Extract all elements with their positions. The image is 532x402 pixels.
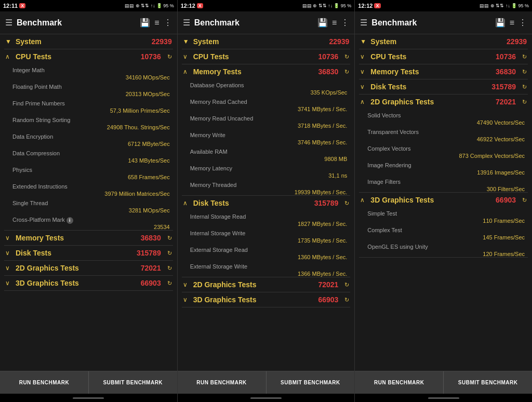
section-header-cpu[interactable]: ∨ CPU Tests 10736 ↻ xyxy=(355,49,532,64)
more-icon[interactable]: ⋮ xyxy=(518,18,527,28)
section-score-2dgraphics: 72021 xyxy=(141,264,161,272)
section-chevron-disk: ∧ xyxy=(183,199,189,207)
sub-item-value: 1827 MBytes / Sec. xyxy=(190,221,350,227)
list-icon[interactable]: ≡ xyxy=(510,18,514,28)
sub-item: Random String Sorting24908 Thou. Strings… xyxy=(0,114,177,130)
section-refresh-2dgraphics[interactable]: ↻ xyxy=(167,265,172,272)
sub-item: Available RAM9808 MB xyxy=(178,145,355,162)
section-refresh-memory[interactable]: ↻ xyxy=(522,69,527,75)
sub-item-value: 47490 Vectors/Sec xyxy=(367,119,527,126)
sub-item: Memory Latency31,1 ns xyxy=(178,162,355,179)
section-refresh-cpu[interactable]: ↻ xyxy=(344,53,349,60)
section-header-2dgraphics[interactable]: ∨ 2D Graphics Tests 72021 ↻ xyxy=(0,261,177,275)
sub-item: External Storage Write1366 MBytes / Sec. xyxy=(178,260,355,277)
more-icon[interactable]: ⋮ xyxy=(341,18,349,28)
section-refresh-3dgraphics[interactable]: ↻ xyxy=(522,197,527,204)
section-refresh-2dgraphics[interactable]: ↻ xyxy=(522,99,527,105)
sub-item: Complex Vectors873 Complex Vectors/Sec xyxy=(355,142,532,159)
section-header-memory[interactable]: ∨ Memory Tests 36830 ↻ xyxy=(355,64,532,79)
menu-icon[interactable]: ☰ xyxy=(183,18,190,28)
section-header-memory[interactable]: ∧ Memory Tests 36830 ↻ xyxy=(178,64,355,79)
section-chevron-3dgraphics: ∨ xyxy=(183,296,189,303)
save-icon[interactable]: 💾 xyxy=(140,18,150,28)
section-refresh-3dgraphics[interactable]: ↻ xyxy=(344,297,349,303)
menu-icon[interactable]: ☰ xyxy=(5,18,12,28)
section-refresh-disk[interactable]: ↻ xyxy=(167,250,172,257)
phone-screen-screen3: 12:12 X ▤▤ ⊕ ⇅⇅ ↑↓ 🔋 95 % ☰ Benchmark 💾 … xyxy=(355,0,532,402)
sub-item-name: Simple Test xyxy=(367,210,397,217)
system-row[interactable]: ▼ System 22939 xyxy=(178,34,355,49)
section-refresh-memory[interactable]: ↻ xyxy=(167,235,172,242)
section-refresh-3dgraphics[interactable]: ↻ xyxy=(167,280,172,287)
run-benchmark-button[interactable]: RUN BENCHMARK xyxy=(178,371,267,394)
section-refresh-cpu[interactable]: ↻ xyxy=(167,53,172,60)
section-refresh-2dgraphics[interactable]: ↻ xyxy=(344,282,349,288)
submit-benchmark-button[interactable]: SUBMIT BENCHMARK xyxy=(267,371,355,394)
section-score-2dgraphics: 72021 xyxy=(496,98,516,106)
list-icon[interactable]: ≡ xyxy=(332,18,337,28)
section-header-disk[interactable]: ∨ Disk Tests 315789 ↻ xyxy=(355,79,532,94)
more-icon[interactable]: ⋮ xyxy=(164,18,172,28)
status-time: 12:11 xyxy=(3,3,18,9)
section-header-3dgraphics[interactable]: ∨ 3D Graphics Tests 66903 ↻ xyxy=(178,292,355,307)
sub-item: Internal Storage Read1827 MBytes / Sec. xyxy=(178,210,355,227)
submit-benchmark-button[interactable]: SUBMIT BENCHMARK xyxy=(89,371,177,394)
system-title: System xyxy=(370,37,502,46)
section-refresh-disk[interactable]: ↻ xyxy=(344,200,349,207)
section-header-2dgraphics[interactable]: ∨ 2D Graphics Tests 72021 ↻ xyxy=(178,277,355,292)
sub-item: Find Prime Numbers57,3 Million Primes/Se… xyxy=(0,97,177,114)
section-header-2dgraphics[interactable]: ∧ 2D Graphics Tests 72021 ↻ xyxy=(355,95,532,109)
section-title-disk: Disk Tests xyxy=(193,199,310,207)
section-header-cpu[interactable]: ∧ CPU Tests 10736 ↻ xyxy=(0,49,177,64)
sub-item-name: Integer Math xyxy=(12,67,45,73)
signal-icons: ▤▤ ⊕ ⇅⇅ ↑↓ xyxy=(302,3,333,8)
section-refresh-disk[interactable]: ↻ xyxy=(522,84,527,90)
section-title-memory: Memory Tests xyxy=(16,234,137,242)
sub-item-name: Memory Read Uncached xyxy=(190,115,254,122)
sub-item-name: Solid Vectors xyxy=(367,112,401,118)
sub-item-value: 1366 MBytes / Sec. xyxy=(190,271,350,277)
system-chevron: ▼ xyxy=(5,38,11,45)
section-header-disk[interactable]: ∧ Disk Tests 315789 ↻ xyxy=(178,196,355,210)
x-badge: X xyxy=(197,3,203,8)
section-header-disk[interactable]: ∨ Disk Tests 315789 ↻ xyxy=(0,246,177,260)
sub-item-value: 1735 MBytes / Sec. xyxy=(190,237,350,244)
section-title-disk: Disk Tests xyxy=(370,83,487,91)
toolbar: ☰ Benchmark 💾 ≡ ⋮ xyxy=(178,11,355,34)
sub-item-name: Find Prime Numbers xyxy=(12,100,65,106)
section-chevron-disk: ∨ xyxy=(360,83,366,90)
save-icon[interactable]: 💾 xyxy=(495,18,506,28)
sub-item-value: 110 Frames/Sec xyxy=(367,218,527,224)
toolbar-title: Benchmark xyxy=(17,18,136,28)
list-icon[interactable]: ≡ xyxy=(154,18,159,28)
status-time: 12:12 xyxy=(358,3,373,9)
signal-icons: ▤▤ ⊕ ⇅⇅ ↑↓ xyxy=(480,3,510,8)
section-title-cpu: CPU Tests xyxy=(16,52,137,61)
section-header-cpu[interactable]: ∨ CPU Tests 10736 ↻ xyxy=(178,49,355,64)
info-icon[interactable]: i xyxy=(66,217,73,224)
submit-benchmark-button[interactable]: SUBMIT BENCHMARK xyxy=(444,371,532,394)
sub-item: Image Rendering13916 Images/Sec xyxy=(355,159,532,176)
system-row[interactable]: ▼ System 22939 xyxy=(355,34,532,49)
run-benchmark-button[interactable]: RUN BENCHMARK xyxy=(0,371,89,394)
section-header-3dgraphics[interactable]: ∧ 3D Graphics Tests 66903 ↻ xyxy=(355,193,532,207)
sub-item-name: Internal Storage Write xyxy=(190,230,246,236)
section-header-3dgraphics[interactable]: ∨ 3D Graphics Tests 66903 ↻ xyxy=(0,276,177,290)
sub-item-value: 20313 MOps/Sec xyxy=(12,91,172,97)
sub-item: Cross-Platform Marki23534 xyxy=(0,213,177,230)
section-refresh-cpu[interactable]: ↻ xyxy=(522,53,527,60)
menu-icon[interactable]: ☰ xyxy=(360,18,367,28)
section-header-memory[interactable]: ∨ Memory Tests 36830 ↻ xyxy=(0,231,177,245)
section-score-cpu: 10736 xyxy=(496,52,516,61)
battery: 🔋 95 % xyxy=(511,3,529,8)
section-refresh-memory[interactable]: ↻ xyxy=(344,69,349,75)
nav-indicator xyxy=(355,394,532,402)
run-benchmark-button[interactable]: RUN BENCHMARK xyxy=(355,371,444,394)
section-score-memory: 36830 xyxy=(318,68,338,76)
status-left: 12:12 X xyxy=(181,3,203,9)
save-icon[interactable]: 💾 xyxy=(317,18,328,28)
section-score-disk: 315789 xyxy=(491,83,516,91)
sub-item: Memory Read Uncached3718 MBytes / Sec. xyxy=(178,112,355,129)
bottom-buttons: RUN BENCHMARKSUBMIT BENCHMARK xyxy=(178,371,355,394)
system-row[interactable]: ▼ System 22939 xyxy=(0,34,177,49)
